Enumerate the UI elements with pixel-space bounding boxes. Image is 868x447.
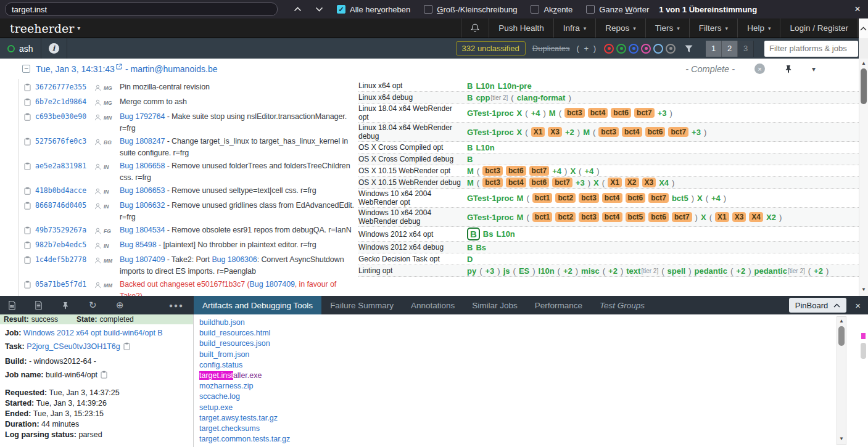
job-button-classified[interactable]: bct3 (482, 178, 503, 187)
author-icon[interactable] (94, 160, 104, 174)
commit-hash-link[interactable]: 1c4def5b2778 (35, 254, 94, 266)
job-button[interactable]: X (593, 178, 599, 187)
job-button[interactable]: M (517, 213, 524, 222)
copy-hash-clipboard-icon[interactable] (24, 185, 35, 199)
job-button-classified[interactable]: bct4 (602, 193, 622, 203)
job-button-classified[interactable]: bct6 (506, 166, 526, 176)
job-button[interactable]: X (701, 213, 706, 222)
busted-filter-icon[interactable] (604, 44, 614, 54)
job-target-icon[interactable]: ⊕ (116, 300, 143, 311)
checkbox-icon[interactable]: ✓ (337, 5, 345, 14)
field-value-link[interactable]: P2jorg_CSeu0tvJ3OH1T6g (27, 342, 120, 351)
copy-hash-clipboard-icon[interactable] (24, 224, 35, 238)
job-button[interactable]: B (467, 81, 473, 91)
author-icon[interactable] (94, 185, 104, 199)
job-button[interactable]: +2 (814, 266, 823, 276)
copy-hash-clipboard-icon[interactable] (24, 111, 35, 125)
job-button-classified[interactable]: bct6 (529, 178, 550, 187)
duplicates-toggle[interactable]: Duplicates (532, 44, 570, 53)
job-button[interactable]: clang-format (517, 93, 566, 102)
panel-scroll-down-icon[interactable]: ▼ (837, 436, 846, 445)
push-date-link[interactable]: Tue, Jan 3, 14:31:43 (36, 64, 115, 74)
nav-item-push-health[interactable]: Push Health (489, 18, 553, 38)
copy-hash-clipboard-icon[interactable] (24, 200, 35, 213)
author-icon[interactable] (94, 96, 104, 110)
find-next-icon[interactable] (315, 7, 323, 12)
job-button[interactable]: +2 (736, 266, 745, 276)
window-scrollbar-thumb[interactable] (861, 343, 866, 359)
artifact-link[interactable]: buildhub.json (199, 318, 245, 327)
job-button[interactable]: Bs (476, 243, 486, 252)
push-author-link[interactable]: - martin@humanoids.be (125, 64, 218, 74)
job-button[interactable]: bct5 (672, 194, 688, 203)
copy-hash-clipboard-icon[interactable] (24, 254, 35, 268)
window-scrollbar-up-icon[interactable] (859, 18, 868, 38)
artifact-link[interactable]: target.checksums (199, 424, 260, 433)
job-button-classified[interactable]: bct3 (579, 193, 599, 203)
copy-hash-clipboard-icon[interactable] (24, 239, 35, 253)
job-button-classified[interactable]: X3 (548, 127, 562, 137)
job-button-classified[interactable]: bct6 (648, 212, 669, 222)
job-button-classified[interactable]: bct6 (626, 193, 646, 203)
job-button[interactable]: X (517, 128, 523, 137)
job-button[interactable]: M (467, 166, 474, 176)
job-button[interactable]: B (467, 155, 473, 164)
nav-item-filters[interactable]: Filters▾ (689, 18, 737, 38)
collapse-push-icon[interactable]: − (22, 65, 30, 73)
tab-artifacts-and-debugging-tools[interactable]: Artifacts and Debugging Tools (194, 296, 321, 314)
job-button[interactable]: js (503, 266, 510, 276)
copy-hash-clipboard-icon[interactable] (24, 279, 35, 292)
find-option-whole-words[interactable]: Ganze Wörter (586, 5, 649, 14)
panel-scrollbar-thumb[interactable] (838, 326, 845, 346)
job-button[interactable]: +3 (486, 266, 495, 276)
job-button-classified[interactable]: bct6 (645, 127, 666, 137)
job-button[interactable]: M (517, 194, 524, 203)
job-button-classified[interactable]: X2 (625, 178, 639, 187)
job-button[interactable]: pedantic (754, 266, 787, 276)
job-button-selected[interactable]: B (467, 228, 480, 240)
artifact-link[interactable]: mozharness.zip (199, 382, 254, 390)
job-button[interactable]: M (549, 109, 556, 118)
tab-test-groups[interactable]: Test Groups (591, 296, 653, 314)
job-button[interactable]: +4 (584, 166, 593, 176)
bug-link[interactable]: Bug 1808247 (120, 137, 165, 146)
repo-info-button[interactable]: i (41, 38, 67, 59)
author-icon[interactable] (94, 81, 104, 95)
bug-link[interactable]: Bug 1792764 (120, 112, 165, 121)
job-button[interactable]: GTest-1proc (467, 109, 514, 118)
copy-clipboard-icon[interactable] (101, 371, 107, 380)
treeherder-logo[interactable]: treeherder ▾ (0, 18, 90, 38)
job-button-classified[interactable]: bct7 (634, 108, 655, 118)
bug-link[interactable]: Bug 1806306 (212, 255, 257, 264)
job-button[interactable]: Bs (483, 229, 494, 239)
job-button[interactable]: +3 (576, 178, 585, 187)
job-button-classified[interactable]: X3 (732, 212, 746, 222)
job-button-classified[interactable]: X1 (531, 127, 545, 137)
commit-hash-link[interactable]: ae5e2a831981 (35, 160, 94, 172)
commit-hash-link[interactable]: c693be030e90 (35, 111, 94, 123)
job-button[interactable]: D (467, 255, 473, 264)
job-button[interactable]: +2 (608, 266, 618, 276)
find-input[interactable] (5, 2, 278, 16)
bug-link[interactable]: Bug 85498 (120, 240, 157, 249)
external-link-icon[interactable] (116, 64, 122, 70)
job-button-classified[interactable]: bct3 (564, 108, 585, 118)
commit-hash-link[interactable]: 49b73529267a (35, 224, 94, 236)
job-button[interactable]: py (467, 266, 476, 276)
artifact-link[interactable]: build_resources.html (199, 329, 270, 337)
job-button[interactable]: B (467, 243, 473, 252)
job-button[interactable]: M (467, 178, 474, 187)
nav-item-tiers[interactable]: Tiers▾ (645, 18, 689, 38)
checkbox-icon[interactable] (531, 5, 539, 14)
job-button-classified[interactable]: bct7 (529, 166, 550, 176)
job-button-classified[interactable]: bct4 (588, 108, 608, 118)
commit-hash-link[interactable]: 36726777e355 (35, 81, 94, 93)
field-value-link[interactable]: Windows 2012 x64 opt build-win64/opt B (23, 329, 163, 337)
job-button[interactable]: GTest-1proc (467, 128, 514, 137)
artifact-link[interactable]: setup.exe (199, 403, 233, 412)
find-option-match-diacritics[interactable]: Akzente (531, 5, 572, 14)
scroll-down-icon[interactable]: ▼ (859, 287, 868, 292)
job-button[interactable]: B (467, 143, 473, 152)
artifact-link[interactable]: sccache.log (199, 392, 240, 401)
job-button-classified[interactable]: X1 (715, 212, 729, 222)
